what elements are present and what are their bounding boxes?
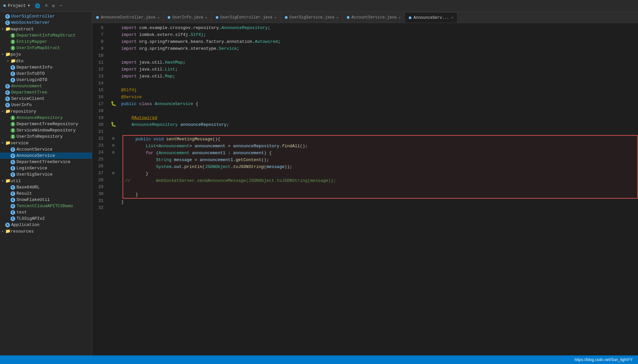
sidebar-item-announcement[interactable]: C Announcement bbox=[0, 83, 92, 89]
sidebar-item-label: repository bbox=[11, 109, 36, 114]
sidebar-item-label: util bbox=[11, 179, 21, 183]
sidebar-item-repository[interactable]: ▾ 📁 repository bbox=[0, 108, 92, 115]
project-dropdown-icon[interactable]: ▼ bbox=[28, 4, 30, 8]
c-icon: C bbox=[11, 172, 15, 177]
tab-user-info[interactable]: UserInfo.java ✕ bbox=[164, 12, 211, 23]
i-icon: I bbox=[11, 40, 15, 44]
tab-close-icon[interactable]: ✕ bbox=[157, 15, 160, 20]
sidebar-item-base64url[interactable]: C Base64URL bbox=[0, 184, 92, 190]
code-line-13: import java.util.Map; bbox=[121, 73, 638, 80]
minus-icon[interactable]: − bbox=[59, 3, 63, 9]
arrow-icon: ▾ bbox=[0, 179, 5, 183]
sidebar-item-snow-flake[interactable]: C SnowFlakeUtil bbox=[0, 197, 92, 203]
folder-icon: 📁 bbox=[5, 140, 11, 146]
sidebar-item-mapstruct[interactable]: ▾ 📁 mapstruct bbox=[0, 26, 92, 32]
sidebar-item-label: EntityMapper bbox=[16, 39, 47, 44]
folder-icon: 📁 bbox=[5, 178, 11, 183]
project-title[interactable]: ■ Project ▼ bbox=[3, 3, 30, 8]
sidebar-item-label: DepartmentTreeRepository bbox=[16, 122, 78, 126]
sidebar-item-announce-service[interactable]: C AnnounceService bbox=[0, 153, 92, 159]
sidebar-item-entity-mapper[interactable]: I EntityMapper bbox=[0, 39, 92, 45]
sidebar-item-user-info-pojo[interactable]: C UserInfo bbox=[0, 102, 92, 108]
status-url: https://blog.csdn.net/Sun_lightYY bbox=[574, 357, 633, 362]
globe-icon[interactable]: 🌐 bbox=[35, 3, 40, 9]
c-icon: C bbox=[11, 198, 15, 202]
sidebar-item-department-tree[interactable]: C DepartmentTree bbox=[0, 89, 92, 96]
app-icon: A bbox=[5, 223, 10, 227]
sidebar-item-department-tree-service[interactable]: C DepartmentTreeService bbox=[0, 159, 92, 165]
sidebar-item-label: UserSigService bbox=[16, 172, 52, 177]
i-icon: I bbox=[11, 33, 15, 38]
c-icon: C bbox=[11, 210, 15, 215]
sidebar-item-application[interactable]: A Application bbox=[0, 222, 92, 228]
c-icon: C bbox=[11, 166, 15, 171]
sidebar-item-util[interactable]: ▾ 📁 util bbox=[0, 178, 92, 184]
sidebar-item-label: TLSSigAPIv2 bbox=[16, 216, 45, 221]
sidebar-item-user-info-dto[interactable]: C UserInfoDTO bbox=[0, 70, 92, 77]
sidebar-item-service-client[interactable]: C ServiceClient bbox=[0, 96, 92, 102]
tab-dot bbox=[285, 16, 288, 19]
code-line-9: import org.springframework.stereotype.Se… bbox=[121, 45, 638, 52]
sidebar-item-test[interactable]: C test bbox=[0, 209, 92, 215]
sidebar-item-web-socket-server[interactable]: C WebSocketServer bbox=[0, 19, 92, 26]
tab-close-icon[interactable]: ✕ bbox=[451, 15, 454, 20]
folder-icon: 📁 bbox=[11, 58, 16, 64]
sidebar-item-department-tree-repo[interactable]: I DepartmentTreeRepository bbox=[0, 121, 92, 127]
tab-dot bbox=[96, 16, 99, 19]
sidebar-item-label: dto bbox=[16, 59, 23, 64]
arrow-icon: ▾ bbox=[0, 141, 5, 145]
sidebar-item-user-login-dto[interactable]: C UserLoginDTO bbox=[0, 77, 92, 83]
sidebar-item-department-info[interactable]: C DepartmentInfo bbox=[0, 64, 92, 70]
align-icon[interactable]: ≡ bbox=[45, 3, 47, 8]
tab-close-icon[interactable]: ✕ bbox=[205, 15, 208, 20]
sidebar-item-result[interactable]: C Result bbox=[0, 190, 92, 197]
sidebar-item-user-sig-service[interactable]: C UserSigService bbox=[0, 171, 92, 178]
tab-account-service[interactable]: AccountService.java ✕ bbox=[343, 12, 405, 23]
tab-label: UserSigService.java bbox=[290, 15, 335, 20]
sidebar-item-tls-sig[interactable]: C TLSSigAPIv2 bbox=[0, 215, 92, 222]
arrow-icon: ▸ bbox=[0, 229, 5, 233]
settings-icon[interactable]: ⚙ bbox=[52, 3, 55, 9]
sidebar-item-label: UserInfoDTO bbox=[16, 71, 45, 76]
tab-dot bbox=[168, 16, 170, 19]
method-highlight-box: public void sentMeetingMessage(){ List<A… bbox=[123, 135, 638, 199]
sidebar-item-label: DepartmentTreeService bbox=[16, 159, 70, 164]
tab-close-icon[interactable]: ✕ bbox=[274, 15, 277, 20]
sidebar-item-tencent-cloud[interactable]: C TencentCloudAPITC3Demo bbox=[0, 203, 92, 209]
sidebar-item-label: pojo bbox=[11, 52, 21, 57]
code-line-10 bbox=[121, 52, 638, 59]
sidebar-item-pojo[interactable]: ▾ 📁 pojo bbox=[0, 51, 92, 58]
i-icon: I bbox=[11, 128, 15, 133]
sidebar-item-login-service[interactable]: C LoginService bbox=[0, 165, 92, 171]
tab-dot bbox=[216, 16, 218, 19]
sidebar-item-announce-repository[interactable]: I AnnounceRepository bbox=[0, 115, 92, 121]
tab-user-sig-service[interactable]: UserSigService.java ✕ bbox=[281, 12, 343, 23]
tab-close-icon[interactable]: ✕ bbox=[399, 15, 401, 20]
code-line-22: public void sentMeetingMessage(){ bbox=[125, 136, 635, 143]
sidebar-item-user-info-map-struct[interactable]: I UserInfoMapStruct bbox=[0, 45, 92, 51]
code-editor[interactable]: 6 7 8 9 10 11 12 13 14 15 16 17 18 19 20… bbox=[92, 23, 638, 355]
sidebar-item-service[interactable]: ▾ 📁 service bbox=[0, 140, 92, 146]
sidebar-item-dto[interactable]: ▾ 📁 dto bbox=[0, 58, 92, 64]
folder-icon: 📁 bbox=[5, 229, 11, 234]
code-line-17: public class AnnounceService { bbox=[121, 100, 638, 107]
code-line-16: @Service bbox=[121, 94, 638, 100]
tab-announce-controller[interactable]: AnnounceController.java ✕ bbox=[92, 12, 164, 23]
code-line-18 bbox=[121, 107, 638, 114]
code-line-29 bbox=[125, 184, 635, 191]
sidebar-item-user-info-repo[interactable]: I UserInfoRepository bbox=[0, 133, 92, 140]
sidebar-item-label: DepartmentInfo bbox=[16, 65, 52, 70]
c-icon: C bbox=[11, 65, 15, 70]
sidebar-item-user-sig-controller[interactable]: C UserSigController bbox=[0, 13, 92, 19]
code-line-32 bbox=[121, 206, 638, 212]
tab-user-sig-controller[interactable]: UserSigController.java ✕ bbox=[212, 12, 281, 23]
tab-announce-service[interactable]: AnnounceServ... ✕ bbox=[405, 12, 458, 23]
sidebar-item-account-service[interactable]: C AccountService bbox=[0, 146, 92, 153]
tab-close-icon[interactable]: ✕ bbox=[336, 15, 339, 20]
c-icon: C bbox=[11, 204, 15, 209]
sidebar-item-label: UserSigController bbox=[11, 14, 55, 19]
sidebar-item-resources[interactable]: ▸ 📁 resources bbox=[0, 228, 92, 235]
sidebar-item-service-window-repo[interactable]: I ServiceWindowRepository bbox=[0, 127, 92, 133]
sidebar-item-department-info-map-struct[interactable]: I DepartmentInfoMapStruct bbox=[0, 32, 92, 39]
code-lines: import com.example.crossgov.repository.A… bbox=[118, 23, 638, 355]
